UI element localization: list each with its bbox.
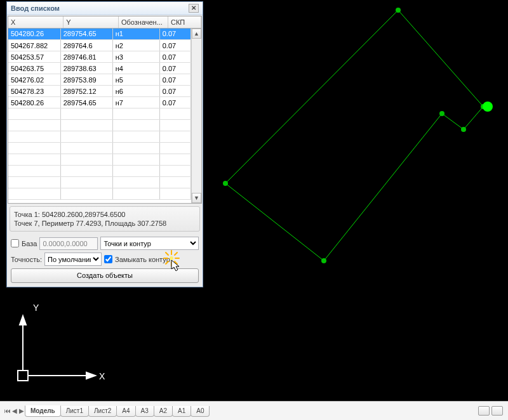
layout-tab[interactable]: A4	[116, 406, 135, 417]
cell[interactable]: н2	[112, 40, 159, 51]
cell[interactable]: н4	[112, 63, 159, 74]
layout-tab[interactable]: A2	[154, 406, 173, 417]
cell[interactable]: 504263.75	[8, 63, 60, 74]
svg-text:X: X	[99, 371, 105, 381]
layout-tabstrip[interactable]: ⏮ ◀ ▶ МодельЛист1Лист2A4A3A2A1A0	[0, 407, 478, 416]
cell[interactable]: н3	[112, 51, 159, 63]
table-row-empty[interactable]	[8, 131, 191, 143]
table-row[interactable]: 504280.26289754.65н10.07	[8, 29, 191, 40]
input-list-dialog[interactable]: Ввод списком ✕ X Y Обозначен... СКП	[6, 1, 203, 287]
table-row-empty[interactable]	[8, 143, 191, 154]
vertex-highlight	[483, 102, 493, 112]
vertex-point[interactable]	[396, 8, 401, 13]
close-contour-label: Замыкать контур	[115, 256, 170, 263]
svg-rect-0	[18, 371, 28, 381]
cell[interactable]: н5	[112, 74, 159, 86]
info-line-1: Точка 1: 504280.2600,289754.6500	[14, 210, 196, 219]
cell[interactable]: 0.07	[159, 74, 190, 86]
cell[interactable]: 504253.57	[8, 51, 60, 63]
layout-options-icon[interactable]	[478, 406, 490, 416]
scroll-down-icon[interactable]: ▼	[192, 193, 201, 203]
accuracy-label: Точность:	[11, 256, 42, 263]
contour-polyline[interactable]	[223, 8, 486, 263]
cell[interactable]: 289754.65	[60, 97, 112, 108]
base-input[interactable]	[39, 237, 98, 250]
vertex-point[interactable]	[321, 258, 326, 263]
table-row[interactable]: 504253.57289746.81н30.07	[8, 51, 191, 63]
close-icon[interactable]: ✕	[189, 4, 199, 13]
layout-tab[interactable]: A3	[135, 406, 154, 417]
info-line-2: Точек 7, Периметр 77.4293, Площадь 307.2…	[14, 219, 196, 228]
col-label[interactable]: Обозначен...	[118, 16, 168, 28]
tab-nav-first-icon[interactable]: ⏮	[4, 407, 11, 416]
vertex-point[interactable]	[461, 127, 466, 132]
svg-marker-2	[20, 316, 26, 325]
cell[interactable]: 504276.02	[8, 74, 60, 86]
col-skp[interactable]: СКП	[168, 16, 201, 28]
cell[interactable]: 289752.12	[60, 86, 112, 97]
svg-marker-5	[86, 372, 95, 379]
cell[interactable]: 0.07	[159, 51, 190, 63]
mode-select[interactable]: Точки и контур	[100, 237, 199, 250]
cell[interactable]: н7	[112, 97, 159, 108]
ucs-icon: Y X	[18, 303, 105, 381]
table-row-empty[interactable]	[8, 108, 191, 120]
cell[interactable]: 504280.26	[8, 97, 60, 108]
table-row[interactable]: 504278.23289752.12н60.07	[8, 86, 191, 97]
cell[interactable]: 0.07	[159, 63, 190, 74]
svg-text:Y: Y	[33, 303, 39, 313]
cell[interactable]: 289746.81	[60, 51, 112, 63]
dialog-controls: База Точки и контур Точность: По умолчан…	[7, 234, 203, 287]
col-x[interactable]: X	[8, 16, 64, 28]
vertex-point[interactable]	[223, 181, 228, 186]
base-checkbox[interactable]	[11, 239, 19, 247]
vertex-point[interactable]	[439, 111, 444, 116]
cell[interactable]: 0.07	[159, 86, 190, 97]
close-contour-checkbox[interactable]	[104, 255, 112, 263]
cell[interactable]: 0.07	[159, 29, 190, 40]
accuracy-select[interactable]: По умолчанию	[44, 253, 102, 266]
layout-more-icon[interactable]	[491, 406, 503, 416]
table-row[interactable]: 504263.75289738.63н40.07	[8, 63, 191, 74]
table-row-empty[interactable]	[8, 188, 191, 200]
table-row-empty[interactable]	[8, 177, 191, 188]
layout-tab[interactable]: A1	[172, 406, 191, 417]
create-objects-button[interactable]: Создать объекты	[11, 268, 199, 283]
table-row-empty[interactable]	[8, 154, 191, 166]
table-row[interactable]: 504276.02289753.89н50.07	[8, 74, 191, 86]
cell[interactable]: 0.07	[159, 97, 190, 108]
cell[interactable]: н6	[112, 86, 159, 97]
table-scrollbar[interactable]: ▲ ▼	[191, 29, 201, 204]
table-row-empty[interactable]	[8, 120, 191, 131]
table-row[interactable]: 504280.26289754.65н70.07	[8, 97, 191, 108]
cell[interactable]: 289753.89	[60, 74, 112, 86]
cell[interactable]: 504267.882	[8, 40, 60, 51]
layout-tab[interactable]: Модель	[25, 405, 61, 417]
col-y[interactable]: Y	[64, 16, 119, 28]
scroll-up-icon[interactable]: ▲	[192, 29, 201, 39]
info-panel: Точка 1: 504280.2600,289754.6500 Точек 7…	[10, 206, 200, 232]
cell[interactable]: 0.07	[159, 40, 190, 51]
layout-tabs-bar[interactable]: ⏮ ◀ ▶ МодельЛист1Лист2A4A3A2A1A0	[0, 401, 508, 420]
base-label: База	[22, 240, 37, 247]
tab-nav-next-icon[interactable]: ▶	[18, 407, 25, 416]
layout-tab[interactable]: A0	[190, 406, 210, 417]
table-header-row[interactable]: X Y Обозначен... СКП	[8, 16, 201, 28]
cell[interactable]: 289764.6	[60, 40, 112, 51]
dialog-titlebar[interactable]: Ввод списком ✕	[7, 2, 203, 15]
points-table[interactable]: X Y Обозначен... СКП 504280.26289754.65н…	[8, 16, 202, 204]
cell[interactable]: н1	[112, 29, 159, 40]
layout-tab[interactable]: Лист2	[88, 406, 117, 417]
table-row[interactable]: 504267.882289764.6н20.07	[8, 40, 191, 51]
cell[interactable]: 504278.23	[8, 86, 60, 97]
cell[interactable]: 504280.26	[8, 29, 60, 40]
cell[interactable]: 289738.63	[60, 63, 112, 74]
dialog-title: Ввод списком	[11, 4, 60, 12]
cell[interactable]: 289754.65	[60, 29, 112, 40]
table-row-empty[interactable]	[8, 166, 191, 177]
layout-tab[interactable]: Лист1	[60, 406, 89, 417]
tab-nav-prev-icon[interactable]: ◀	[11, 407, 18, 416]
